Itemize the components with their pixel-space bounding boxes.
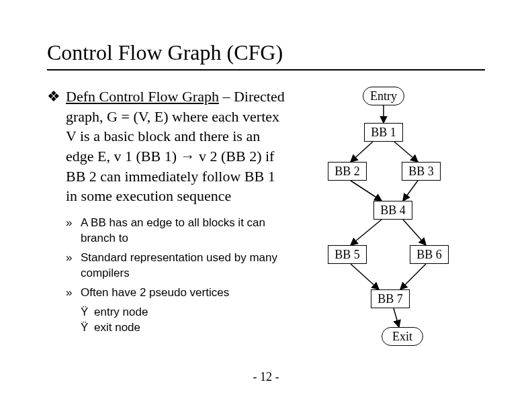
defn-body: – Directed graph, G = (V, E) where each … [66,88,285,204]
node-bb2: BB 2 [328,162,367,181]
svg-line-7 [351,264,379,289]
node-bb6: BB 6 [410,245,449,264]
text-column: ❖ Defn Control Flow Graph – Directed gra… [47,87,296,340]
subsub-list: Ÿ entry node Ÿ exit node [81,305,289,336]
node-exit: Exit [382,327,423,346]
sub-bullet: » A BB has an edge to all blocks it can … [66,216,289,246]
main-bullet: ❖ Defn Control Flow Graph – Directed gra… [47,87,289,206]
cfg-diagram: Entry BB 1 BB 2 BB 3 BB 4 BB 5 BB 6 BB 7… [296,87,470,369]
subsub-item: Ÿ entry node [81,305,289,320]
node-bb5: BB 5 [328,245,367,264]
main-bullet-text: Defn Control Flow Graph – Directed graph… [66,87,289,206]
svg-line-8 [400,264,426,289]
sub-bullet-text: Standard representation used by many com… [81,250,289,281]
svg-line-4 [403,181,418,201]
subsub-text: exit node [94,320,140,336]
sub-bullet: » Often have 2 pseudo vertices [66,285,289,301]
sub-bullet: » Standard representation used by many c… [66,250,289,281]
raquo-icon: » [66,250,81,281]
raquo-icon: » [66,216,81,246]
node-bb1: BB 1 [364,123,403,142]
bullet-diamond-icon: ❖ [47,87,66,206]
subsub-item: Ÿ exit node [81,320,289,336]
node-entry: Entry [363,87,404,105]
dot-icon: Ÿ [81,305,94,320]
sub-bullet-text: Often have 2 pseudo vertices [81,285,229,301]
svg-line-6 [403,220,426,245]
slide-title: Control Flow Graph (CFG) [47,40,485,71]
sub-bullet-text: A BB has an edge to all blocks it can br… [81,216,289,246]
node-bb7: BB 7 [371,289,410,308]
raquo-icon: » [66,285,81,301]
svg-line-9 [394,308,399,327]
dot-icon: Ÿ [81,320,94,336]
sub-bullet-list: » A BB has an edge to all blocks it can … [66,216,289,336]
svg-line-3 [351,181,382,201]
subsub-text: entry node [94,305,148,320]
slide-body: ❖ Defn Control Flow Graph – Directed gra… [47,87,485,369]
svg-line-1 [351,142,373,162]
svg-line-5 [351,220,382,245]
node-bb4: BB 4 [373,201,412,220]
page-number: - 12 - [0,370,532,384]
svg-line-2 [394,142,418,162]
node-bb3: BB 3 [402,162,441,181]
slide: Control Flow Graph (CFG) ❖ Defn Control … [47,40,485,369]
defn-label: Defn Control Flow Graph [66,88,219,105]
